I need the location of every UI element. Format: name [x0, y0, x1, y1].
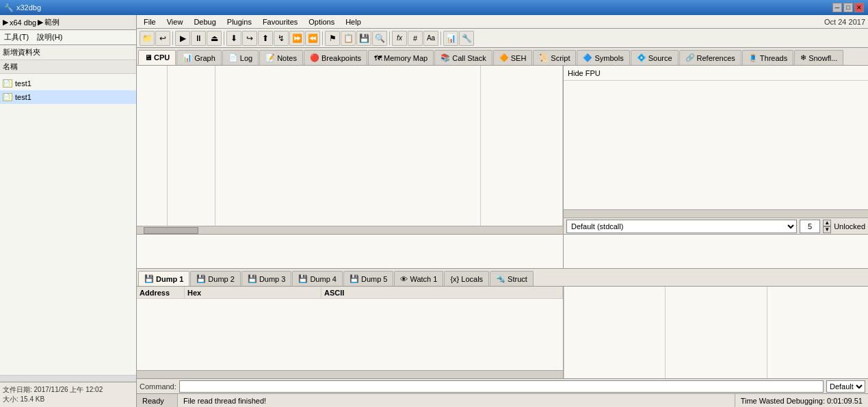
maximize-button[interactable]: □	[843, 3, 853, 12]
cpu-col-bytes[interactable]	[168, 66, 215, 226]
menu-options[interactable]: Options	[304, 17, 339, 27]
name-header: 名稱	[0, 60, 136, 74]
tb-step-over[interactable]: ↪	[242, 31, 257, 46]
dump-content[interactable]	[137, 299, 563, 370]
menu-debug[interactable]: Debug	[189, 17, 220, 27]
menu-help[interactable]: Help	[341, 17, 365, 27]
tb-fx[interactable]: fx	[392, 31, 407, 46]
tb-search[interactable]: 🔍	[372, 31, 387, 46]
tab-source[interactable]: 💠 Source	[631, 50, 679, 65]
cpu-col-disasm[interactable]	[215, 66, 481, 226]
sidebar-item-0[interactable]: 📄 test1	[0, 77, 136, 90]
tab-callstack[interactable]: 📚 Call Stack	[434, 50, 492, 65]
file-icon: 📄	[3, 79, 12, 88]
tb-anim-over[interactable]: ⏩	[289, 31, 304, 46]
tab-cs-label: Call Stack	[452, 54, 486, 62]
tab-log[interactable]: 📄 Log	[222, 50, 259, 65]
tab-notes[interactable]: 📝 Notes	[259, 50, 303, 65]
tb-cpu-view[interactable]: 📊	[443, 31, 458, 46]
tab-script[interactable]: 📜 Script	[533, 50, 576, 65]
scrollbar-thumb[interactable]	[144, 227, 198, 234]
title-bar: 🔧 x32dbg ─ □ ✕	[0, 0, 868, 15]
tab-cpu-icon: 🖥	[144, 53, 152, 62]
btab-struct-label: Struct	[508, 275, 527, 283]
tab-seh[interactable]: 🔶 SEH	[493, 50, 533, 65]
menu-plugins[interactable]: Plugins	[223, 17, 256, 27]
status-ready: Ready	[137, 394, 178, 407]
tab-cpu-label: CPU	[154, 53, 170, 62]
right-bottom-col-3[interactable]	[767, 287, 868, 378]
menu-file[interactable]: File	[140, 17, 160, 27]
content-area: File View Debug Plugins Favourites Optio…	[137, 15, 868, 407]
tb-step-out[interactable]: ⬆	[258, 31, 273, 46]
tb-open[interactable]: 📁	[140, 31, 155, 46]
command-default-select[interactable]: Default	[826, 380, 865, 393]
tb-undo[interactable]: ↩	[155, 31, 170, 46]
command-label: Command:	[140, 382, 176, 391]
btab-locals[interactable]: {x} Locals	[444, 271, 489, 286]
tb-restart[interactable]: ⏏	[207, 31, 222, 46]
cpu-col-comment[interactable]	[481, 66, 563, 226]
minimize-button[interactable]: ─	[832, 3, 842, 12]
breadcrumb-item: 範例	[44, 17, 60, 27]
right-bottom-col-1[interactable]	[564, 287, 665, 378]
tb-step-into[interactable]: ⬇	[226, 31, 241, 46]
cpu-panel	[137, 66, 564, 234]
tb-extra[interactable]: 🔧	[459, 31, 474, 46]
close-button[interactable]: ✕	[854, 3, 864, 12]
tb-sep-4	[389, 31, 390, 45]
tab-graph[interactable]: 📊 Graph	[176, 50, 222, 65]
btab-dump4[interactable]: 💾 Dump 4	[292, 271, 343, 286]
tab-symbols[interactable]: 🔷 Symbols	[577, 50, 629, 65]
tb-anim-into[interactable]: ↯	[274, 31, 289, 46]
tb-run[interactable]: ▶	[175, 31, 190, 46]
cpu-col-address[interactable]	[137, 66, 168, 226]
fpu-spin-up[interactable]: ▲	[823, 220, 831, 226]
btab-dump2[interactable]: 💾 Dump 2	[190, 271, 241, 286]
tb-log[interactable]: 📋	[341, 31, 356, 46]
tab-cpu[interactable]: 🖥 CPU	[138, 50, 176, 65]
tab-mm-icon: 🗺	[374, 54, 382, 62]
sidebar-scroll-h[interactable]	[0, 375, 136, 382]
btab-watch1[interactable]: 👁 Watch 1	[394, 271, 443, 286]
registers-row	[137, 235, 868, 269]
tab-threads[interactable]: 🧵 Threads	[742, 50, 793, 65]
command-input[interactable]	[179, 380, 824, 393]
new-folder-button[interactable]: 新增資料夾	[0, 45, 136, 60]
registers-right[interactable]	[564, 235, 868, 268]
fpu-spin-down[interactable]: ▼	[823, 226, 831, 233]
tb-bp[interactable]: ⚑	[325, 31, 340, 46]
btab-dump5[interactable]: 💾 Dump 5	[343, 271, 394, 286]
tb-aa[interactable]: Aa	[423, 31, 438, 46]
right-bottom-panels	[564, 287, 868, 378]
tab-breakpoints[interactable]: 🔴 Breakpoints	[304, 50, 367, 65]
tb-pause[interactable]: ⏸	[191, 31, 206, 46]
dump-scroll[interactable]	[137, 370, 563, 378]
fpu-content[interactable]	[564, 81, 868, 209]
cpu-scroll-horizontal[interactable]	[137, 226, 563, 234]
tb-mem[interactable]: 💾	[356, 31, 371, 46]
btab-dump3[interactable]: 💾 Dump 3	[241, 271, 292, 286]
tab-references[interactable]: 🔗 References	[679, 50, 741, 65]
menu-help[interactable]: 說明(H)	[33, 30, 66, 44]
fpu-scroll[interactable]	[564, 209, 868, 218]
registers-left[interactable]	[137, 235, 564, 268]
right-bottom-col-2[interactable]	[665, 287, 766, 378]
bottom-tab-bar: 💾 Dump 1 💾 Dump 2 💾 Dump 3 💾 Dump 4	[137, 269, 868, 287]
sidebar-bottom: 文件日期: 2017/11/26 上午 12:02 大小: 15.4 KB	[0, 382, 136, 407]
menu-tools[interactable]: 工具(T)	[0, 30, 33, 44]
tab-graph-label: Graph	[194, 54, 215, 62]
tb-anim-out[interactable]: ⏪	[305, 31, 320, 46]
fpu-calling-conv[interactable]: Default (stdcall)	[566, 220, 797, 233]
menu-view[interactable]: View	[163, 17, 187, 27]
dump-panel: Address Hex ASCII	[137, 287, 564, 378]
tb-hash[interactable]: #	[408, 31, 423, 46]
sidebar-item-1[interactable]: 📄 test1	[0, 90, 136, 104]
menu-favourites[interactable]: Favourites	[259, 17, 302, 27]
fpu-spin-input[interactable]	[800, 220, 820, 233]
tab-snowfl[interactable]: ❄ Snowfl...	[794, 50, 843, 65]
btab-struct[interactable]: 🔩 Struct	[490, 271, 534, 286]
btab-dump4-icon: 💾	[298, 274, 308, 283]
tab-memorymap[interactable]: 🗺 Memory Map	[368, 50, 434, 65]
btab-dump1[interactable]: 💾 Dump 1	[138, 271, 189, 286]
